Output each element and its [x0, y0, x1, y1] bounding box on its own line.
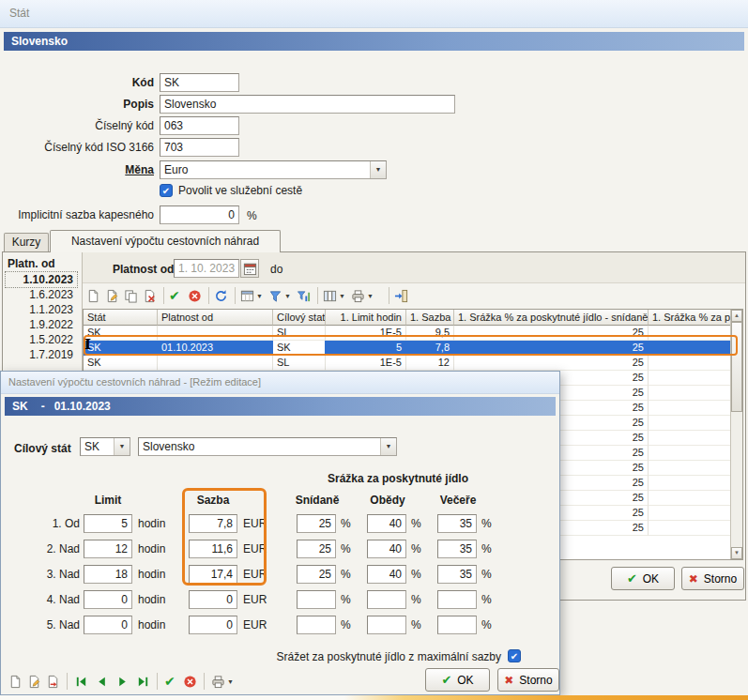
delete-record-button[interactable]	[143, 286, 157, 305]
ok-button[interactable]: ✔ OK	[611, 567, 675, 590]
vecere-input[interactable]	[437, 540, 477, 558]
limit-input[interactable]	[84, 590, 132, 609]
toolbar-separator	[208, 287, 209, 304]
edit-record-button[interactable]	[105, 286, 119, 305]
toolbar-separator	[204, 673, 205, 690]
limit-input[interactable]	[84, 616, 132, 634]
new-record-button[interactable]	[86, 286, 100, 305]
kod-input[interactable]	[160, 73, 239, 92]
grid-row[interactable]: SK SL 1E-5 12 25	[84, 356, 731, 371]
ciselny-kod-input[interactable]	[160, 116, 239, 135]
sazba-input[interactable]	[189, 590, 237, 609]
mena-dropdown-icon[interactable]: ▼	[370, 161, 386, 178]
dlg-print-dropdown-icon[interactable]: ▼	[227, 678, 234, 685]
copy-record-button[interactable]	[124, 286, 138, 305]
datelist-header: Platn. od	[8, 257, 55, 270]
dlg-export-button[interactable]	[46, 672, 60, 691]
col-header-limit[interactable]: 1. Limit hodin	[326, 310, 406, 326]
cilovy-name-dropdown-icon[interactable]: ▼	[380, 438, 396, 455]
mena-label[interactable]: Měna	[0, 160, 154, 179]
storno-button[interactable]: ✖ Storno	[681, 567, 744, 590]
nav-last-button[interactable]	[136, 672, 150, 691]
cell-platnost	[158, 356, 273, 371]
dlg-ok-button[interactable]: ✔ OK	[425, 668, 490, 692]
dialog-header-date: 01.10.2023	[54, 400, 111, 413]
obedy-input[interactable]	[367, 540, 406, 558]
cancel-button[interactable]	[188, 286, 202, 305]
vecere-input[interactable]	[437, 565, 477, 584]
platnost-od-input[interactable]	[174, 259, 239, 278]
popis-input[interactable]	[160, 95, 455, 114]
sazba-input[interactable]	[189, 616, 237, 634]
scroll-up-icon[interactable]: ▲	[731, 310, 742, 322]
datelist-item[interactable]: 1.10.2023	[6, 272, 77, 287]
print-dropdown-icon[interactable]: ▼	[367, 293, 374, 299]
dlg-print-button[interactable]: ▼	[211, 672, 234, 691]
mena-combobox[interactable]: Euro ▼	[160, 160, 387, 179]
print-button[interactable]: ▼	[351, 286, 374, 305]
nav-prev-button[interactable]	[95, 672, 109, 691]
srazet-checkbox[interactable]: ✔	[508, 649, 521, 662]
snidane-input[interactable]	[297, 565, 336, 584]
limit-input[interactable]	[84, 514, 132, 533]
povolit-checkbox[interactable]: ✔	[160, 184, 173, 197]
accept-button[interactable]: ✔	[169, 286, 180, 305]
refresh-button[interactable]	[214, 286, 228, 305]
vecere-input[interactable]	[437, 590, 477, 609]
cilovy-code-dropdown-icon[interactable]: ▼	[114, 438, 130, 455]
tab-nastaveni[interactable]: Nastavení výpočtu cestovních náhrad	[50, 230, 281, 252]
dlg-cancel-button[interactable]	[183, 672, 197, 691]
col-header-snidane[interactable]: 1. Srážka % za poskytnuté jídlo - snídan…	[454, 310, 649, 326]
rate-row-label: 1. Od	[8, 514, 80, 533]
srazka-section-title: Srážka za poskytnuté jídlo	[295, 472, 501, 485]
snidane-input[interactable]	[297, 540, 336, 558]
col-header-sazba[interactable]: 1. Sazba	[406, 310, 454, 326]
accept-check-icon: ✔	[169, 287, 180, 304]
dlg-edit-button[interactable]	[27, 672, 41, 691]
cilovy-name-combobox[interactable]: Slovensko ▼	[138, 437, 397, 456]
obedy-input[interactable]	[367, 590, 406, 609]
nav-next-button[interactable]	[115, 672, 130, 691]
vecere-input[interactable]	[437, 616, 477, 634]
dlg-accept-button[interactable]: ✔	[164, 672, 176, 691]
kapesne-input[interactable]	[160, 205, 239, 224]
storno-cross-icon: ✖	[689, 572, 698, 586]
snidane-input[interactable]	[297, 514, 336, 533]
view-dropdown-icon[interactable]: ▼	[256, 293, 263, 299]
dlg-storno-button[interactable]: ✖ Storno	[497, 668, 559, 692]
filter-dropdown-icon[interactable]: ▼	[284, 293, 291, 299]
view-button[interactable]: ▼	[240, 286, 263, 305]
filter-button[interactable]: ▼	[268, 286, 291, 305]
col-header-extra[interactable]: 1. Srážka % za pos	[649, 310, 732, 326]
obedy-input[interactable]	[367, 565, 406, 584]
obedy-input[interactable]	[367, 616, 406, 634]
vecere-input[interactable]	[437, 514, 477, 533]
calendar-button[interactable]	[240, 259, 259, 278]
iso-input[interactable]	[160, 138, 239, 157]
datelist-item[interactable]: 1.5.2022	[6, 332, 77, 347]
limit-input[interactable]	[84, 565, 132, 584]
columns-button[interactable]: ▼	[323, 286, 345, 305]
dlg-new-icon	[8, 675, 23, 689]
obedy-input[interactable]	[367, 514, 406, 533]
limit-input[interactable]	[84, 540, 132, 558]
datelist-item[interactable]: 1.9.2022	[6, 317, 77, 332]
filter-settings-button[interactable]	[297, 286, 311, 305]
columns-dropdown-icon[interactable]: ▼	[339, 293, 345, 299]
col-header-stat[interactable]: Stát	[84, 310, 158, 326]
snidane-input[interactable]	[297, 616, 336, 634]
datelist-item[interactable]: 1.7.2019	[6, 347, 77, 362]
percent-label: %	[411, 618, 421, 632]
cilovy-code-combobox[interactable]: SK ▼	[80, 437, 130, 456]
snidane-input[interactable]	[297, 590, 336, 609]
datelist-item[interactable]: 1.1.2023	[6, 302, 77, 317]
col-header-cilovy[interactable]: Cílový stat	[273, 310, 326, 326]
scroll-down-icon[interactable]: ▼	[731, 547, 742, 559]
iso-label: Číselný kód ISO 3166	[0, 138, 154, 157]
datelist-item[interactable]: 1.6.2023	[6, 287, 77, 302]
dlg-new-button[interactable]	[8, 672, 23, 691]
col-header-platnost[interactable]: Platnost od	[158, 310, 273, 326]
tab-kurzy[interactable]: Kurzy	[4, 233, 49, 251]
export-button[interactable]	[394, 286, 408, 305]
nav-first-button[interactable]	[74, 672, 88, 691]
